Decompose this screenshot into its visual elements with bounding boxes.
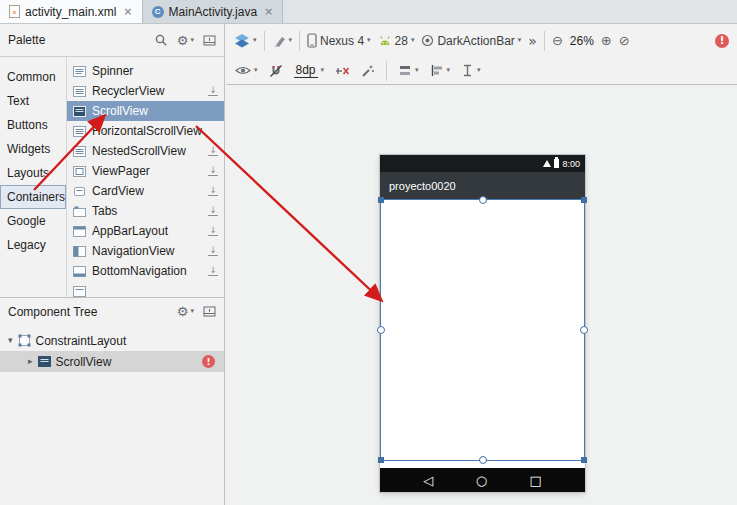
category-legacy[interactable]: Legacy xyxy=(0,233,66,257)
zoom-out-icon[interactable]: ⊖ xyxy=(552,34,563,47)
design-surface-button[interactable]: ▾ xyxy=(234,33,257,48)
category-containers[interactable]: Containers xyxy=(0,185,66,209)
palette-item-viewpager[interactable]: ViewPager ↓ xyxy=(67,161,224,181)
palette-item-label: RecyclerView xyxy=(92,84,164,98)
tabs-icon xyxy=(73,205,86,218)
chevron-down-icon[interactable]: ▾ xyxy=(8,336,13,345)
chevron-down-icon: ▾ xyxy=(190,308,194,315)
constraint-anchor-top[interactable] xyxy=(479,196,487,204)
download-icon: ↓ xyxy=(208,166,218,176)
toolbar-overflow-icon[interactable]: » xyxy=(528,34,537,48)
category-text[interactable]: Text xyxy=(0,89,66,113)
close-icon[interactable]: × xyxy=(264,6,273,17)
close-icon[interactable]: × xyxy=(123,6,132,17)
hide-panel-icon[interactable] xyxy=(203,305,216,318)
category-common[interactable]: Common xyxy=(0,65,66,89)
view-options-button[interactable]: ▾ xyxy=(235,65,258,76)
design-canvas[interactable]: 8:00 proyecto0020 ◁ ○ xyxy=(226,85,737,505)
gear-icon: ⚙ xyxy=(177,305,189,318)
tab-activity-main-xml[interactable]: x activity_main.xml × xyxy=(0,0,143,23)
toolbar-separator xyxy=(299,31,300,51)
palette-item-horizontalscrollview[interactable]: HorizontalScrollView xyxy=(67,121,224,141)
align-button[interactable]: ▾ xyxy=(430,64,451,77)
component-tree-settings-button[interactable]: ⚙ ▾ xyxy=(177,305,194,318)
category-layouts[interactable]: Layouts xyxy=(0,161,66,185)
infer-constraints-button[interactable] xyxy=(361,64,375,78)
horizontalscrollview-icon xyxy=(73,125,86,138)
clear-constraints-button[interactable] xyxy=(335,64,350,78)
guidelines-button[interactable]: ▾ xyxy=(461,64,481,77)
chevron-down-icon: ▾ xyxy=(321,67,325,74)
palette-header: Palette ⚙ ▾ xyxy=(0,24,224,57)
nav-back-icon: ◁ xyxy=(423,473,433,488)
constraint-anchor-left[interactable] xyxy=(377,326,385,334)
zoom-in-icon[interactable]: ⊕ xyxy=(601,34,612,47)
resize-handle-bottom-left[interactable] xyxy=(378,457,384,463)
tree-node-scrollview[interactable]: ▸ ScrollView ! xyxy=(0,351,224,372)
orientation-button[interactable]: ▾ xyxy=(272,34,293,48)
xml-file-icon: x xyxy=(9,5,20,18)
navigationview-icon xyxy=(73,245,86,258)
tab-mainactivity-java[interactable]: C MainActivity.java × xyxy=(143,0,284,23)
palette-item-navigationview[interactable]: NavigationView ↓ xyxy=(67,241,224,261)
bottomnavigation-icon xyxy=(73,265,86,278)
api-level-selector[interactable]: 28 ▾ xyxy=(378,34,415,48)
default-margin-button[interactable]: 8dp ▾ xyxy=(294,63,325,78)
error-icon[interactable]: ! xyxy=(202,355,215,368)
nav-home-icon: ○ xyxy=(476,473,487,488)
device-selector[interactable]: Nexus 4 ▾ xyxy=(307,33,371,48)
palette-item-tabs[interactable]: Tabs ↓ xyxy=(67,201,224,221)
download-icon: ↓ xyxy=(208,86,218,96)
hide-panel-icon[interactable] xyxy=(203,34,216,47)
scrollview-selection[interactable] xyxy=(380,199,585,461)
chevron-down-icon: ▾ xyxy=(367,37,371,44)
wifi-icon xyxy=(543,160,551,167)
pack-button[interactable]: ▾ xyxy=(398,64,419,77)
palette-item-nestedscrollview[interactable]: NestedScrollView ↓ xyxy=(67,141,224,161)
category-buttons[interactable]: Buttons xyxy=(0,113,66,137)
scrollview-content-area[interactable] xyxy=(380,199,585,468)
constraint-anchor-bottom[interactable] xyxy=(479,456,487,464)
zoom-fit-icon[interactable]: ⊘ xyxy=(619,34,630,47)
resize-handle-bottom-right[interactable] xyxy=(581,457,587,463)
palette-settings-button[interactable]: ⚙ ▾ xyxy=(177,34,194,47)
error-indicator[interactable]: ! xyxy=(715,34,729,48)
palette-item-cardview[interactable]: CardView ↓ xyxy=(67,181,224,201)
palette-item-label: Tabs xyxy=(92,204,117,218)
device-preview[interactable]: 8:00 proyecto0020 ◁ ○ xyxy=(380,155,585,492)
search-icon[interactable] xyxy=(154,33,168,47)
status-bar: 8:00 xyxy=(380,155,585,172)
palette-panel: Common Text Buttons Widgets Layouts Cont… xyxy=(0,57,224,297)
resize-handle-top-left[interactable] xyxy=(378,197,384,203)
editor-tab-bar: x activity_main.xml × C MainActivity.jav… xyxy=(0,0,737,24)
palette-item-recyclerview[interactable]: RecyclerView ↓ xyxy=(67,81,224,101)
resize-handle-top-right[interactable] xyxy=(581,197,587,203)
chevron-right-icon[interactable]: ▸ xyxy=(28,357,33,366)
chevron-down-icon: ▾ xyxy=(254,67,258,74)
constraint-anchor-right[interactable] xyxy=(580,326,588,334)
tab-label: activity_main.xml xyxy=(25,5,116,19)
palette-item-bottomnavigation[interactable]: BottomNavigation ↓ xyxy=(67,261,224,281)
palette-item-scrollview[interactable]: ScrollView xyxy=(67,101,224,121)
palette-item-label: ScrollView xyxy=(92,104,148,118)
category-google[interactable]: Google xyxy=(0,209,66,233)
palette-item-appbarlayout[interactable]: AppBarLayout ↓ xyxy=(67,221,224,241)
palette-item-partial[interactable] xyxy=(67,281,224,297)
tree-node-label: ScrollView xyxy=(56,355,112,369)
chevron-down-icon: ▾ xyxy=(411,37,415,44)
category-widgets[interactable]: Widgets xyxy=(0,137,66,161)
java-class-icon: C xyxy=(152,6,164,18)
design-toolbar: ▾ ▾ Nexus 4 ▾ 28 ▾ DarkActionBar ▾ » ⊖ 2… xyxy=(226,24,737,57)
palette-item-spinner[interactable]: Spinner xyxy=(67,61,224,81)
palette-item-label: HorizontalScrollView xyxy=(92,124,202,138)
cardview-icon xyxy=(73,185,86,198)
palette-category-list: Common Text Buttons Widgets Layouts Cont… xyxy=(0,57,67,297)
autoconnect-toggle[interactable] xyxy=(269,64,283,78)
theme-selector[interactable]: DarkActionBar ▾ xyxy=(421,34,521,48)
toolbar-separator xyxy=(386,61,387,81)
zoom-level[interactable]: 26% xyxy=(570,34,594,48)
default-margin-value: 8dp xyxy=(294,63,318,78)
palette-item-label: AppBarLayout xyxy=(92,224,168,238)
appbarlayout-icon xyxy=(73,225,86,238)
tree-node-constraintlayout[interactable]: ▾ ConstraintLayout xyxy=(0,330,224,351)
